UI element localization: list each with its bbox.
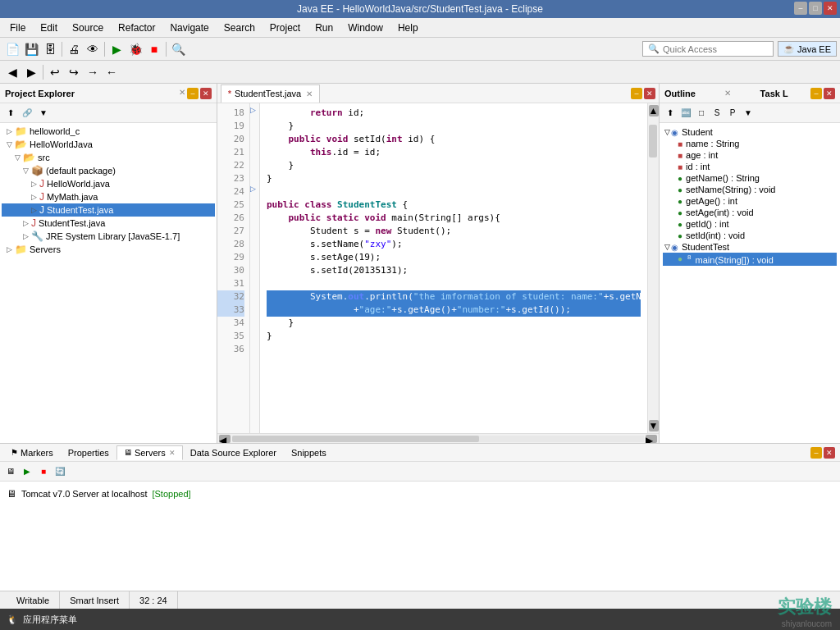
tree-item-servers[interactable]: ▷ 📁 Servers [2, 243, 215, 256]
outline-sort[interactable]: 🔤 [678, 105, 693, 120]
run-button[interactable]: ▶ [107, 40, 126, 58]
app-menu-label[interactable]: 应用程序菜单 [23, 614, 77, 626]
tab-servers-close[interactable]: ✕ [169, 449, 176, 457]
new-button[interactable]: 📄 [3, 40, 21, 58]
server-restart-btn[interactable]: 🔄 [52, 464, 67, 479]
outline-hide-static[interactable]: S [710, 105, 724, 120]
scroll-left[interactable]: ◀ [219, 435, 231, 443]
tree-item-studenttest-java-selected[interactable]: ▷ J StudentTest.java [2, 203, 215, 217]
outline-item-getid[interactable]: ● getId() : int [663, 218, 837, 230]
back-button[interactable]: ◀ [3, 63, 21, 81]
save-button[interactable]: 💾 [22, 40, 40, 58]
debug-button[interactable]: 🐞 [126, 40, 144, 58]
print-button[interactable]: 🖨 [65, 40, 83, 58]
save-all-button[interactable]: 🗄 [41, 40, 59, 58]
menu-file[interactable]: File [3, 21, 32, 35]
code-line-36 [267, 343, 641, 356]
stop-button[interactable]: ■ [145, 40, 163, 58]
menu-search[interactable]: Search [217, 21, 262, 35]
tab-datasource[interactable]: Data Source Explorer [183, 445, 284, 460]
server-new-btn[interactable]: 🖥 [3, 464, 18, 479]
pe-menu-btn[interactable]: ▼ [36, 106, 51, 121]
outline-collapse[interactable]: ⬆ [663, 105, 678, 120]
redo-button[interactable]: ↪ [65, 63, 83, 81]
outline-item-setage[interactable]: ● setAge(int) : void [663, 207, 837, 218]
undo-button[interactable]: ↩ [46, 63, 64, 81]
menu-run[interactable]: Run [308, 21, 340, 35]
server-tomcat[interactable]: 🖥 Tomcat v7.0 Server at localhost [Stopp… [7, 488, 833, 500]
perspective-java-ee[interactable]: ☕ Java EE [778, 41, 837, 57]
forward-button[interactable]: ▶ [22, 63, 40, 81]
editor-close[interactable]: ✕ [644, 88, 655, 99]
search-btn[interactable]: 🔍 [169, 40, 187, 58]
outline-minimize[interactable]: – [810, 88, 822, 99]
bottom-tab-bar: ⚑ Markers Properties 🖥 Servers ✕ Data So… [0, 444, 840, 462]
editor-tab-studenttest[interactable]: * StudentTest.java ✕ [221, 84, 320, 103]
scroll-right[interactable]: ▶ [646, 435, 657, 443]
outline-item-setid[interactable]: ● setId(int) : void [663, 230, 837, 241]
prev-edit-button[interactable]: ← [103, 63, 121, 81]
title-text: Java EE - HelloWorldJava/src/StudentTest… [297, 3, 543, 15]
tree-item-jre[interactable]: ▷ 🔧 JRE System Library [JavaSE-1.7] [2, 230, 215, 243]
editor-minimize[interactable]: – [631, 88, 642, 99]
tree-item-src[interactable]: ▽ 📂 src [2, 151, 215, 164]
pe-collapse-btn[interactable]: ✕ [179, 88, 185, 99]
preview-button[interactable]: 👁 [84, 40, 102, 58]
outline-menu[interactable]: ▼ [741, 105, 756, 120]
next-edit-button[interactable]: → [84, 63, 102, 81]
scrollbar-thumb[interactable] [649, 125, 657, 158]
tab-markers[interactable]: ⚑ Markers [3, 445, 61, 460]
code-text-area[interactable]: return id; } public void setId(int id) {… [260, 103, 647, 433]
outline-hide-fields[interactable]: □ [694, 105, 709, 120]
server-stop-btn[interactable]: ■ [36, 464, 51, 479]
bottom-minimize[interactable]: – [810, 447, 822, 459]
menu-window[interactable]: Window [341, 21, 390, 35]
code-line-32: System.out.println("the imformation of s… [267, 290, 641, 304]
outline-item-studenttest[interactable]: ▽ ◉ StudentTest [663, 241, 837, 253]
menu-edit[interactable]: Edit [34, 21, 64, 35]
server-start-btn[interactable]: ▶ [20, 464, 34, 479]
menu-help[interactable]: Help [391, 21, 425, 35]
bottom-close[interactable]: ✕ [824, 447, 835, 459]
outline-close[interactable]: ✕ [824, 88, 835, 99]
h-scrollbar-thumb[interactable] [232, 436, 479, 442]
tree-item-default-pkg[interactable]: ▽ 📦 (default package) [2, 164, 215, 177]
menu-navigate[interactable]: Navigate [163, 21, 215, 35]
outline-item-main[interactable]: ● 8 main(String[]) : void [663, 253, 837, 266]
menu-source[interactable]: Source [66, 21, 110, 35]
tree-item-studenttest-java-2[interactable]: ▷ J StudentTest.java [2, 217, 215, 230]
scrollbar-down[interactable]: ▼ [649, 420, 659, 431]
outline-item-getage[interactable]: ● getAge() : int [663, 195, 837, 207]
window-maximize[interactable]: □ [809, 2, 822, 15]
window-minimize[interactable]: – [794, 2, 807, 15]
tab-snippets[interactable]: Snippets [284, 445, 334, 460]
outline-item-setname[interactable]: ● setName(String) : void [663, 184, 837, 195]
pe-minimize[interactable]: – [187, 88, 199, 99]
pe-close[interactable]: ✕ [200, 88, 212, 99]
collapse-all-btn[interactable]: ⬆ [3, 106, 18, 121]
tree-item-helloworld-java[interactable]: ▷ J HelloWorld.java [2, 177, 215, 190]
window-close[interactable]: ✕ [824, 2, 837, 15]
outline-item-age[interactable]: ■ age : int [663, 149, 837, 161]
outline-item-id[interactable]: ■ id : int [663, 161, 837, 172]
tree-item-helloworld-c[interactable]: ▷ 📁 helloworld_c [2, 125, 215, 138]
vertical-scrollbar[interactable]: ▲ ▼ [647, 103, 659, 433]
outline-item-student[interactable]: ▽ ◉ Student [663, 126, 837, 138]
menu-project[interactable]: Project [263, 21, 307, 35]
tab-servers[interactable]: 🖥 Servers ✕ [116, 445, 183, 460]
tree-item-mymath-java[interactable]: ▷ J MyMath.java [2, 190, 215, 203]
tree-item-helloworldjava[interactable]: ▽ 📂 HelloWorldJava [2, 138, 215, 151]
horizontal-scrollbar-area: ◀ ▶ [217, 433, 659, 443]
outline-hide-nonpublic[interactable]: P [725, 105, 740, 120]
package-icon-default: 📦 [31, 165, 43, 176]
tab-properties[interactable]: Properties [61, 445, 116, 460]
quick-access-input[interactable] [663, 44, 761, 54]
tab-close-icon[interactable]: ✕ [306, 89, 313, 98]
outline-item-name[interactable]: ■ name : String [663, 138, 837, 149]
menu-refactor[interactable]: Refactor [112, 21, 162, 35]
scrollbar-up[interactable]: ▲ [649, 105, 659, 116]
sep4 [43, 65, 43, 80]
link-with-editor-btn[interactable]: 🔗 [20, 106, 34, 121]
outline-item-getname[interactable]: ● getName() : String [663, 172, 837, 184]
code-line-23: } [267, 172, 641, 185]
